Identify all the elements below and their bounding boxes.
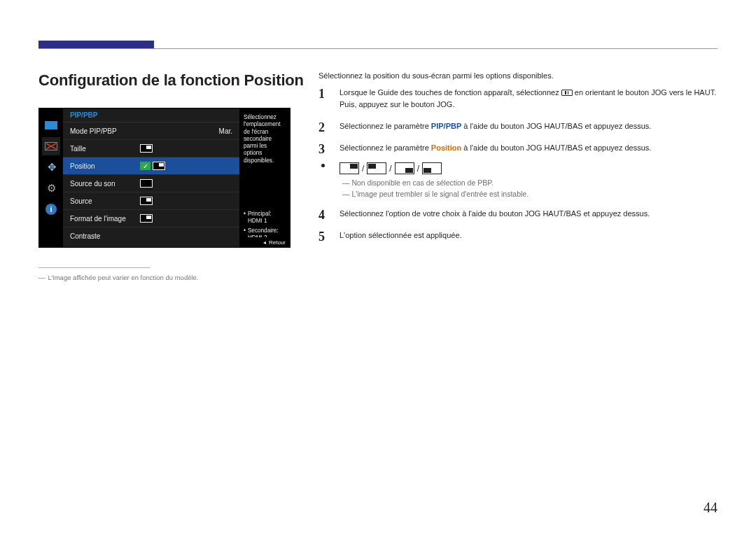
osd-row-mode: Mode PIP/PBP Mar.	[63, 122, 239, 140]
osd-row-value	[140, 144, 232, 153]
osd-secondaire-label: Secondaire:	[248, 227, 279, 234]
osd-row-source: Source	[63, 192, 239, 210]
osd-row-format: Format de l'image	[63, 210, 239, 227]
step-text: Sélectionnez le paramètre	[340, 143, 431, 152]
page-title: Configuration de la fonction Position	[38, 71, 304, 90]
check-icon: ✓	[140, 162, 150, 170]
osd-row-label: Taille	[70, 145, 140, 153]
step-text: à l'aide du bouton JOG HAUT/BAS et appuy…	[461, 143, 651, 152]
image-note-rule	[38, 267, 150, 268]
pip-glyph-br-icon	[395, 162, 414, 174]
pip-glyph-tr-icon	[140, 197, 153, 205]
step-highlight: Position	[431, 143, 461, 152]
osd-help-text: Sélectionnez l'emplacement de l'écran se…	[244, 114, 286, 164]
osd-row-value	[140, 214, 232, 223]
page-number: 44	[704, 500, 718, 516]
position-glyph-row: / / /	[340, 162, 718, 174]
steps-list-cont: Sélectionnez l'option de votre choix à l…	[318, 208, 718, 241]
osd-principal-value: HDMI 1	[248, 218, 267, 224]
image-note-text: L'image affichée peut varier en fonction…	[48, 274, 199, 281]
osd-sidebar: ✥ ⚙ i	[39, 108, 63, 247]
step-highlight: PIP/PBP	[431, 122, 461, 130]
pip-glyph-tr-icon	[340, 162, 359, 174]
osd-tab-info-icon: i	[42, 200, 60, 218]
note-1: Non disponible en cas de sélection de PB…	[342, 178, 718, 187]
osd-row-value	[140, 197, 232, 205]
step-5: L'option sélectionnée est appliquée.	[318, 230, 718, 241]
osd-row-value: ✓	[140, 162, 232, 170]
step-text: Lorsque le Guide des touches de fonction…	[340, 88, 561, 97]
function-key-icon	[561, 90, 573, 96]
osd-panel: PIP/PBP Mode PIP/PBP Mar. Taille Positio…	[63, 108, 239, 247]
step-text: à l'aide du bouton JOG HAUT/BAS et appuy…	[461, 122, 651, 130]
osd-tab-pip-icon	[42, 137, 60, 155]
pip-glyph-bl-icon	[422, 162, 442, 174]
intro-text: Sélectionnez la position du sous-écran p…	[318, 71, 718, 80]
osd-row-label: Mode PIP/PBP	[70, 127, 140, 135]
osd-row-label: Source du son	[70, 180, 140, 188]
osd-footer: ◂ Retour	[239, 237, 290, 247]
pip-glyph-tr-icon	[140, 214, 153, 223]
step-text: Sélectionnez le paramètre	[340, 122, 431, 130]
osd-screenshot: ✥ ⚙ i PIP/PBP Mode PIP/PBP Mar. Taille	[38, 108, 290, 248]
header-line	[38, 48, 718, 49]
osd-footer-label: Retour	[269, 239, 286, 246]
osd-row-sourceson: Source du son	[63, 175, 239, 192]
image-note: ―L'image affichée peut varier en fonctio…	[38, 274, 304, 281]
osd-row-contraste: Contraste	[63, 227, 239, 245]
step-4: Sélectionnez l'option de votre choix à l…	[318, 208, 718, 220]
osd-title: PIP/PBP	[63, 108, 239, 122]
pip-glyph-tr-icon	[153, 162, 165, 170]
osd-help-pane: Sélectionnez l'emplacement de l'écran se…	[239, 108, 290, 247]
step-3: Sélectionnez le paramètre Position à l'a…	[318, 142, 718, 154]
steps-list: Lorsque le Guide des touches de fonction…	[318, 87, 718, 154]
osd-row-value	[140, 179, 232, 188]
osd-row-label: Contraste	[70, 232, 140, 240]
bullet-icon	[321, 164, 325, 167]
pip-glyph-tr-icon	[140, 144, 153, 153]
position-options: / / / Non disponible en cas de sélection…	[318, 162, 718, 198]
pip-glyph-main-icon	[140, 179, 153, 188]
osd-row-label: Source	[70, 197, 140, 205]
osd-tab-picture-icon	[42, 116, 60, 134]
step-2: Sélectionnez le paramètre PIP/PBP à l'ai…	[318, 120, 718, 132]
osd-row-label: Format de l'image	[70, 215, 140, 223]
pip-glyph-tl-icon	[367, 162, 386, 174]
step-1: Lorsque le Guide des touches de fonction…	[318, 87, 718, 111]
osd-row-position: Position ✓	[63, 157, 239, 175]
osd-row-taille: Taille	[63, 140, 239, 157]
osd-tab-settings-icon: ⚙	[42, 179, 60, 197]
osd-principal-label: Principal:	[248, 211, 272, 217]
osd-row-label: Position	[70, 162, 140, 170]
note-2: L'image peut trembler si le signal d'ent…	[342, 190, 718, 198]
osd-row-value: Mar.	[140, 127, 232, 135]
back-arrow-icon: ◂	[263, 239, 266, 246]
header-rule	[38, 41, 718, 49]
osd-tab-adjust-icon: ✥	[42, 158, 60, 176]
